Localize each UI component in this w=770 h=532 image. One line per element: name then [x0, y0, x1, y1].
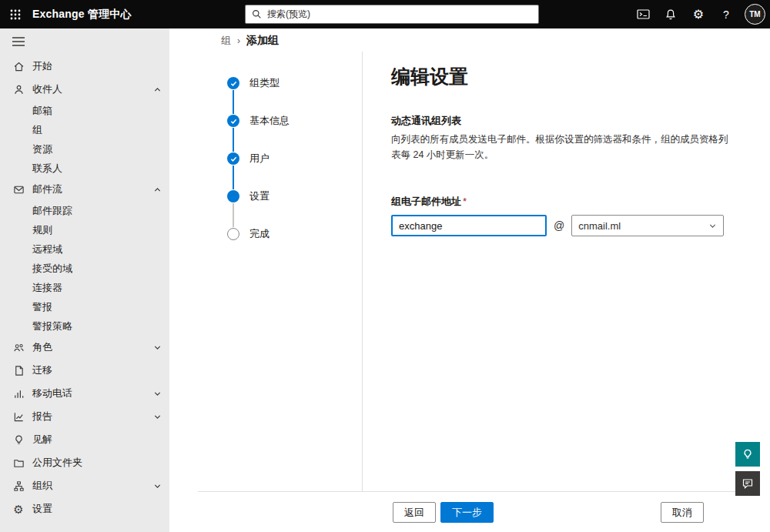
at-symbol: @ — [554, 219, 564, 232]
back-button[interactable]: 返回 — [393, 502, 436, 523]
sidebar-nav: 开始 收件人 邮箱 组 资源 联系人 邮件流 邮件跟踪 规则 远程域 接受的域 … — [0, 28, 169, 532]
terminal-icon[interactable] — [631, 2, 655, 27]
roles-icon — [12, 341, 25, 353]
wizard-steps: 组类型 基本信息 用户 设置 完成 — [227, 76, 290, 241]
sidebar-item-recipients[interactable]: 收件人 — [0, 78, 169, 101]
group-email-input[interactable] — [391, 215, 547, 236]
insights-lightbulb-icon — [12, 433, 25, 446]
settings-gear-icon[interactable]: ⚙ — [686, 2, 711, 27]
sidebar-item-reports[interactable]: 报告 — [0, 405, 169, 428]
chevron-down-icon[interactable] — [153, 343, 162, 352]
required-asterisk: * — [463, 196, 467, 207]
search-input[interactable]: 搜索(预览) — [245, 5, 539, 24]
breadcrumb-separator: › — [237, 35, 240, 46]
sidebar-item-alert-policies[interactable]: 警报策略 — [0, 316, 169, 336]
sidebar-item-migration[interactable]: 迁移 — [0, 359, 169, 382]
search-icon — [252, 9, 262, 19]
folder-icon — [12, 457, 25, 469]
reports-icon — [12, 410, 25, 423]
sidebar-item-accepted-domains[interactable]: 接受的域 — [0, 259, 169, 278]
wizard-step-group-type[interactable]: 组类型 — [227, 76, 290, 90]
wizard-content-divider — [362, 52, 363, 492]
mobile-icon — [12, 387, 25, 400]
sidebar-item-remote-domains[interactable]: 远程域 — [0, 239, 169, 259]
chevron-down-icon[interactable] — [153, 413, 162, 421]
settings-gear-icon: ⚙ — [12, 503, 25, 515]
sidebar-item-contacts[interactable]: 联系人 — [0, 159, 169, 178]
migration-icon — [12, 364, 25, 376]
wizard-step-settings[interactable]: 设置 — [227, 189, 290, 203]
step-todo-dot — [227, 228, 239, 240]
sidebar-item-alerts[interactable]: 警报 — [0, 297, 169, 316]
wizard-step-basics[interactable]: 基本信息 — [227, 114, 290, 128]
sidebar-item-resources[interactable]: 资源 — [0, 139, 169, 159]
step-connector — [233, 166, 234, 189]
sidebar-item-rules[interactable]: 规则 — [0, 220, 169, 239]
sidebar-item-message-trace[interactable]: 邮件跟踪 — [0, 201, 169, 220]
home-icon — [12, 60, 25, 72]
sidebar-item-public-folders[interactable]: 公用文件夹 — [0, 451, 169, 474]
sidebar-item-mailboxes[interactable]: 邮箱 — [0, 101, 169, 120]
chevron-up-icon[interactable] — [153, 85, 162, 94]
step-done-check-icon — [227, 115, 239, 127]
section-description: 向列表的所有成员发送电子邮件。根据你设置的筛选器和条件，组的成员资格列表每 24… — [391, 132, 734, 162]
wizard-content: 编辑设置 动态通讯组列表 向列表的所有成员发送电子邮件。根据你设置的筛选器和条件… — [391, 64, 747, 236]
app-launcher-icon[interactable] — [0, 0, 31, 28]
organization-icon — [12, 480, 25, 492]
chevron-down-icon[interactable] — [153, 390, 162, 398]
step-done-check-icon — [227, 152, 239, 165]
sidebar-item-organization[interactable]: 组织 — [0, 474, 169, 497]
app-title: Exchange 管理中心 — [32, 8, 132, 22]
step-done-check-icon — [227, 77, 239, 89]
sidebar-toggle[interactable] — [0, 28, 46, 55]
wizard-footer: 返回 下一步 取消 — [169, 492, 770, 532]
step-connector — [233, 90, 234, 114]
help-tips-button[interactable] — [735, 442, 760, 467]
mail-icon — [12, 183, 25, 196]
sidebar-item-roles[interactable]: 角色 — [0, 336, 169, 359]
help-icon[interactable]: ? — [714, 2, 738, 27]
notifications-bell-icon[interactable] — [658, 2, 683, 27]
breadcrumb-groups-link[interactable]: 组 — [221, 34, 231, 48]
wizard-step-finish[interactable]: 完成 — [227, 227, 290, 241]
domain-select[interactable]: cnmail.ml — [571, 215, 724, 236]
cancel-button[interactable]: 取消 — [661, 502, 704, 523]
search-placeholder: 搜索(预览) — [267, 8, 310, 21]
breadcrumb-current: 添加组 — [246, 34, 279, 48]
wizard-step-users[interactable]: 用户 — [227, 152, 290, 166]
next-button[interactable]: 下一步 — [440, 502, 494, 523]
top-bar: Exchange 管理中心 搜索(预览) ⚙ ? TM — [0, 0, 770, 28]
sidebar-item-mobile[interactable]: 移动电话 — [0, 382, 169, 405]
step-current-dot — [227, 190, 239, 202]
chevron-down-icon[interactable] — [153, 482, 162, 490]
chevron-down-icon — [708, 222, 717, 230]
avatar[interactable]: TM — [745, 4, 765, 25]
sidebar-item-connectors[interactable]: 连接器 — [0, 278, 169, 297]
main-panel: 组 › 添加组 组类型 基本信息 用户 设置 — [169, 28, 770, 532]
sidebar-item-settings[interactable]: ⚙ 设置 — [0, 497, 169, 520]
chevron-up-icon[interactable] — [153, 186, 162, 194]
sidebar-item-insights[interactable]: 见解 — [0, 428, 169, 451]
feedback-chat-icon — [742, 477, 754, 490]
section-title: 动态通讯组列表 — [391, 114, 747, 128]
sidebar-item-groups[interactable]: 组 — [0, 120, 169, 139]
sidebar-item-home[interactable]: 开始 — [0, 55, 169, 78]
step-connector — [233, 128, 234, 152]
sidebar-item-mail-flow[interactable]: 邮件流 — [0, 178, 169, 201]
person-icon — [12, 83, 25, 95]
email-field-label: 组电子邮件地址* — [391, 195, 747, 209]
breadcrumb: 组 › 添加组 — [221, 34, 279, 48]
step-connector — [233, 203, 234, 227]
lightbulb-icon — [742, 448, 754, 460]
feedback-button[interactable] — [735, 471, 760, 496]
page-title: 编辑设置 — [391, 64, 747, 89]
